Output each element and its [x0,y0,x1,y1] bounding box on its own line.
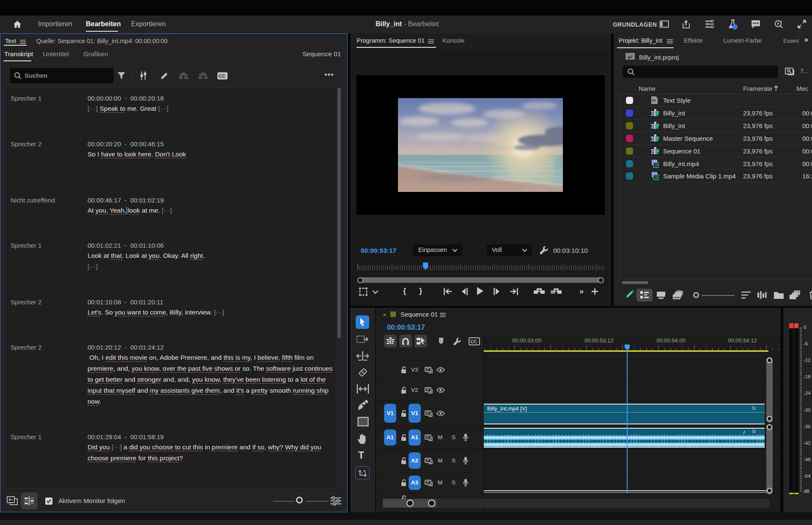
svg-text:CC: CC [471,339,477,344]
